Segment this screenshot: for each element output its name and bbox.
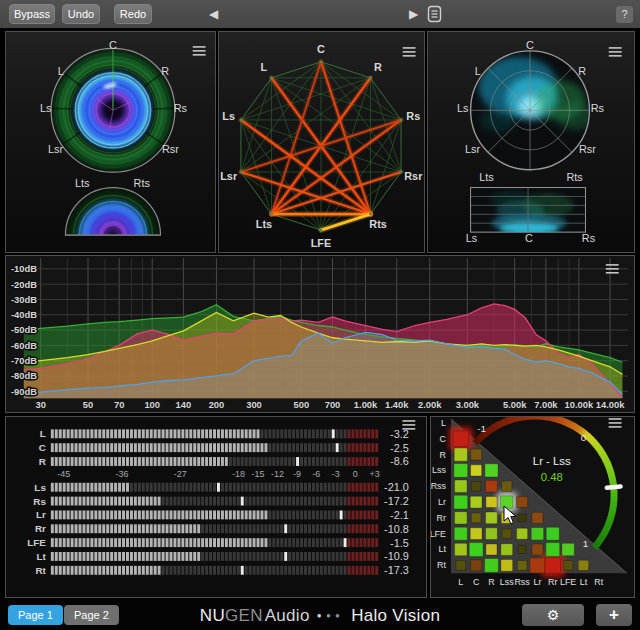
level-meters-panel: L-3.2C-2.5R-8.6Ls-21.0Rs-17.2Lr-2.1Rr-10… [5, 416, 427, 598]
matrix-cell-Rss-R[interactable] [486, 480, 498, 492]
matrix-cell-Rr-Lr[interactable] [532, 512, 543, 523]
panel-menu-icon[interactable] [193, 47, 206, 55]
matrix-cell-Lr-C[interactable] [470, 496, 482, 508]
matrix-cell-R-C[interactable] [471, 449, 482, 460]
meter-row-Ls: Ls-21.0 [34, 481, 408, 493]
meter-value: -2.1 [390, 509, 409, 521]
matrix-cell-Lss-L[interactable] [454, 463, 468, 477]
matrix-cell-Lt-C[interactable] [469, 543, 483, 557]
add-module-button[interactable]: + [596, 604, 632, 626]
bottom-bar: Page 1 Page 2 NUGENAudio ●●● Halo Vision… [0, 598, 640, 630]
matrix-cell-LFE-Rr[interactable] [546, 527, 559, 540]
matrix-col-label: C [473, 577, 480, 587]
matrix-col-label: Lr [533, 577, 541, 587]
gauge-scale-label: 1 [583, 538, 589, 549]
channel-label: Rs [582, 232, 596, 244]
panel-menu-icon[interactable] [609, 419, 622, 427]
correlation-web-panel: CRRsRsrRtsLFELtsLsrLsL [218, 31, 425, 253]
matrix-cell-C-L[interactable] [453, 431, 469, 447]
meter-row-L: L-3.2 [40, 428, 409, 440]
x-axis-tick: 140 [176, 400, 192, 410]
matrix-cell-Lt-Lr[interactable] [532, 544, 543, 555]
preset-list-icon[interactable] [427, 5, 443, 24]
x-axis-tick: 200 [209, 400, 225, 410]
matrix-cell-Lss-R[interactable] [485, 464, 498, 477]
matrix-row-label: Lr [438, 497, 446, 507]
matrix-cell-LFE-Lss[interactable] [502, 529, 512, 539]
matrix-cell-Lt-L[interactable] [455, 543, 467, 555]
matrix-cell-Lr-Lss[interactable] [501, 496, 513, 508]
matrix-cell-Rss-L[interactable] [455, 480, 467, 492]
redo-button[interactable]: Redo [114, 4, 152, 24]
matrix-cell-Lt-LFE[interactable] [562, 543, 574, 555]
matrix-cell-Lr-L[interactable] [454, 495, 468, 509]
hot-correlation-line [241, 172, 371, 214]
matrix-cell-Lr-Rss[interactable] [517, 497, 528, 508]
panel-menu-icon[interactable] [606, 265, 619, 273]
channel-label: L [261, 61, 268, 73]
matrix-row-label: Lss [432, 465, 446, 475]
matrix-cell-LFE-Lr[interactable] [531, 527, 543, 539]
panel-menu-icon[interactable] [609, 48, 622, 56]
meter-channel-label: Rs [33, 496, 46, 507]
channel-label: C [109, 39, 117, 51]
channel-label: Rts [369, 218, 387, 230]
meter-value: -17.2 [384, 495, 409, 507]
matrix-cell-Lt-Rss[interactable] [518, 545, 526, 553]
panel-menu-icon[interactable] [403, 48, 416, 56]
matrix-cell-Lr-R[interactable] [486, 497, 497, 508]
brand-dot: ● [335, 611, 340, 620]
settings-button[interactable]: ⚙ [522, 604, 584, 626]
channel-label: Rs [591, 102, 605, 114]
matrix-cell-Rr-C[interactable] [471, 513, 481, 523]
matrix-row-label: Rss [431, 481, 447, 491]
meter-scale-tick: -9 [293, 469, 301, 479]
channel-label: Lsr [220, 170, 238, 182]
matrix-cell-Rt-R[interactable] [485, 558, 499, 572]
matrix-cell-Rt-Rss[interactable] [517, 561, 527, 571]
matrix-cell-Lt-Rr[interactable] [546, 543, 560, 557]
channel-label: R [374, 61, 382, 73]
x-axis-tick: 30 [35, 400, 45, 410]
matrix-cell-Rr-Lss[interactable] [501, 512, 512, 523]
matrix-cell-Rss-Lss[interactable] [502, 481, 512, 491]
matrix-col-label: Rt [594, 577, 603, 587]
matrix-cell-Rr-L[interactable] [455, 512, 467, 524]
matrix-cell-LFE-Rss[interactable] [517, 528, 528, 539]
matrix-col-label: Rss [514, 577, 530, 587]
next-preset-icon[interactable]: ▶ [409, 7, 418, 21]
meter-scale-tick: +3 [370, 469, 380, 479]
x-axis-tick: 1.40k [385, 400, 409, 410]
matrix-cell-Lt-R[interactable] [486, 544, 497, 555]
help-button[interactable]: ? [616, 6, 633, 23]
meter-row-Rr: Rr-10.8 [35, 523, 409, 535]
matrix-cell-Rt-Lt[interactable] [578, 560, 588, 570]
x-axis-tick: 14.00k [596, 400, 625, 410]
matrix-cell-Rt-Lr[interactable] [530, 558, 545, 573]
matrix-cell-LFE-C[interactable] [470, 528, 482, 540]
matrix-cell-Lss-C[interactable] [471, 465, 482, 476]
matrix-cell-Rr-Rss[interactable] [518, 514, 526, 522]
prev-preset-icon[interactable]: ◀ [209, 7, 218, 21]
matrix-cell-Rt-LFE[interactable] [563, 561, 573, 571]
meter-channel-label: Rr [35, 523, 46, 534]
matrix-cell-Rss-C[interactable] [471, 481, 481, 491]
matrix-cell-Rt-Rr[interactable] [545, 557, 561, 573]
matrix-cell-Rt-L[interactable] [456, 561, 466, 571]
matrix-cell-LFE-L[interactable] [454, 527, 467, 540]
meter-scale-tick: -27 [174, 469, 187, 479]
meter-value: -8.6 [390, 455, 409, 467]
matrix-cell-R-L[interactable] [454, 448, 467, 461]
y-axis-tick: -60dB [11, 341, 37, 351]
channel-label: Rsr [404, 170, 423, 182]
matrix-row-label: Lt [439, 544, 447, 554]
matrix-cell-Lt-Lss[interactable] [501, 544, 513, 556]
matrix-cell-LFE-R[interactable] [486, 528, 498, 540]
undo-button[interactable]: Undo [62, 4, 100, 24]
matrix-cell-Rr-R[interactable] [486, 512, 498, 524]
matrix-cell-Rt-Lss[interactable] [501, 559, 513, 571]
bypass-button[interactable]: Bypass [9, 4, 55, 24]
channel-label: Ls [222, 110, 235, 122]
channel-label: L [58, 65, 64, 77]
matrix-cell-Rt-C[interactable] [471, 560, 482, 571]
